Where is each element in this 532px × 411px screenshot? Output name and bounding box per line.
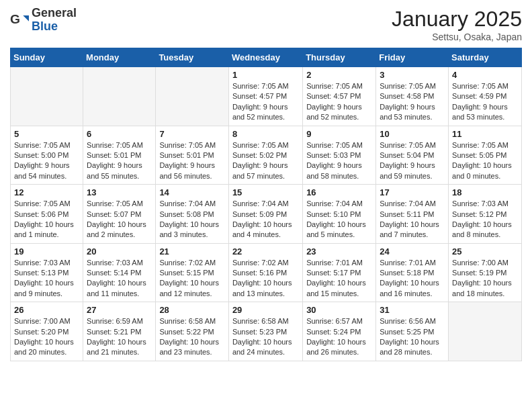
day-number: 17	[380, 187, 445, 197]
day-cell: 17Sunrise: 7:04 AMSunset: 5:11 PMDayligh…	[376, 185, 449, 244]
week-row-2: 5Sunrise: 7:05 AMSunset: 5:00 PMDaylight…	[11, 126, 522, 185]
day-number: 3	[380, 70, 445, 80]
day-number: 30	[306, 305, 372, 315]
day-number: 16	[306, 187, 372, 197]
col-header-sunday: Sunday	[11, 48, 83, 67]
day-info: Sunrise: 7:04 AMSunset: 5:10 PMDaylight:…	[306, 199, 372, 240]
day-number: 23	[306, 246, 372, 257]
day-number: 8	[232, 129, 299, 139]
logo-general: General	[32, 7, 77, 20]
day-number: 25	[452, 246, 518, 257]
day-info: Sunrise: 6:57 AMSunset: 5:24 PMDaylight:…	[306, 316, 372, 358]
calendar-subtitle: Settsu, Osaka, Japan	[392, 32, 522, 42]
day-number: 9	[306, 129, 372, 139]
week-row-4: 19Sunrise: 7:03 AMSunset: 5:13 PMDayligh…	[11, 243, 522, 302]
day-number: 1	[232, 70, 299, 80]
calendar-table: SundayMondayTuesdayWednesdayThursdayFrid…	[10, 48, 522, 361]
header: G General Blue January 2025 Settsu, Osak…	[10, 7, 522, 42]
day-cell: 7Sunrise: 7:05 AMSunset: 5:01 PMDaylight…	[156, 126, 229, 185]
day-info: Sunrise: 6:58 AMSunset: 5:22 PMDaylight:…	[159, 316, 225, 358]
day-info: Sunrise: 7:02 AMSunset: 5:16 PMDaylight:…	[232, 258, 299, 300]
day-cell	[449, 302, 522, 361]
day-number: 7	[159, 129, 225, 139]
day-cell: 28Sunrise: 6:58 AMSunset: 5:22 PMDayligh…	[156, 302, 229, 361]
day-number: 13	[87, 187, 152, 197]
week-row-5: 26Sunrise: 7:00 AMSunset: 5:20 PMDayligh…	[11, 302, 522, 361]
day-info: Sunrise: 6:58 AMSunset: 5:23 PMDaylight:…	[232, 316, 299, 358]
day-cell: 29Sunrise: 6:58 AMSunset: 5:23 PMDayligh…	[228, 302, 302, 361]
day-info: Sunrise: 7:05 AMSunset: 4:59 PMDaylight:…	[452, 81, 518, 123]
day-cell: 31Sunrise: 6:56 AMSunset: 5:25 PMDayligh…	[376, 302, 449, 361]
day-cell: 30Sunrise: 6:57 AMSunset: 5:24 PMDayligh…	[303, 302, 376, 361]
day-info: Sunrise: 7:05 AMSunset: 5:00 PMDaylight:…	[14, 140, 79, 182]
day-cell: 8Sunrise: 7:05 AMSunset: 5:02 PMDaylight…	[228, 126, 302, 185]
calendar-header-row: SundayMondayTuesdayWednesdayThursdayFrid…	[11, 48, 522, 67]
logo-blue-text: Blue	[32, 20, 77, 34]
day-info: Sunrise: 7:02 AMSunset: 5:15 PMDaylight:…	[159, 258, 225, 300]
day-number: 4	[452, 70, 518, 80]
day-cell: 4Sunrise: 7:05 AMSunset: 4:59 PMDaylight…	[449, 67, 522, 126]
day-number: 22	[232, 246, 299, 257]
day-cell: 14Sunrise: 7:04 AMSunset: 5:08 PMDayligh…	[156, 185, 229, 244]
day-number: 24	[380, 246, 445, 257]
day-info: Sunrise: 7:05 AMSunset: 4:58 PMDaylight:…	[380, 81, 445, 123]
day-cell: 12Sunrise: 7:05 AMSunset: 5:06 PMDayligh…	[11, 185, 83, 244]
day-cell	[11, 67, 83, 126]
day-cell: 22Sunrise: 7:02 AMSunset: 5:16 PMDayligh…	[228, 243, 302, 302]
day-cell	[83, 67, 156, 126]
day-info: Sunrise: 6:59 AMSunset: 5:21 PMDaylight:…	[87, 316, 152, 358]
day-cell: 9Sunrise: 7:05 AMSunset: 5:03 PMDaylight…	[303, 126, 376, 185]
day-info: Sunrise: 7:05 AMSunset: 5:03 PMDaylight:…	[306, 140, 372, 182]
day-cell: 25Sunrise: 7:00 AMSunset: 5:19 PMDayligh…	[449, 243, 522, 302]
calendar-title: January 2025	[392, 7, 522, 32]
day-number: 31	[380, 305, 445, 315]
day-info: Sunrise: 7:04 AMSunset: 5:08 PMDaylight:…	[159, 199, 225, 240]
day-info: Sunrise: 7:05 AMSunset: 5:01 PMDaylight:…	[159, 140, 225, 182]
day-info: Sunrise: 7:05 AMSunset: 4:57 PMDaylight:…	[306, 81, 372, 123]
week-row-3: 12Sunrise: 7:05 AMSunset: 5:06 PMDayligh…	[11, 185, 522, 244]
day-info: Sunrise: 7:05 AMSunset: 5:02 PMDaylight:…	[232, 140, 299, 182]
logo: G General Blue	[10, 7, 77, 34]
day-cell: 13Sunrise: 7:05 AMSunset: 5:07 PMDayligh…	[83, 185, 156, 244]
day-info: Sunrise: 7:05 AMSunset: 5:01 PMDaylight:…	[87, 140, 152, 182]
page: G General Blue January 2025 Settsu, Osak…	[0, 0, 532, 371]
day-number: 14	[159, 187, 225, 197]
day-info: Sunrise: 7:03 AMSunset: 5:12 PMDaylight:…	[452, 199, 518, 240]
day-info: Sunrise: 7:05 AMSunset: 5:06 PMDaylight:…	[14, 199, 79, 240]
day-number: 27	[87, 305, 152, 315]
day-number: 15	[232, 187, 299, 197]
day-cell: 20Sunrise: 7:03 AMSunset: 5:14 PMDayligh…	[83, 243, 156, 302]
title-block: January 2025 Settsu, Osaka, Japan	[392, 7, 522, 42]
day-cell: 27Sunrise: 6:59 AMSunset: 5:21 PMDayligh…	[83, 302, 156, 361]
day-info: Sunrise: 7:05 AMSunset: 5:04 PMDaylight:…	[380, 140, 445, 182]
day-info: Sunrise: 7:05 AMSunset: 5:07 PMDaylight:…	[87, 199, 152, 240]
day-cell: 10Sunrise: 7:05 AMSunset: 5:04 PMDayligh…	[376, 126, 449, 185]
day-number: 2	[306, 70, 372, 80]
day-number: 20	[87, 246, 152, 257]
day-cell	[156, 67, 229, 126]
day-cell: 19Sunrise: 7:03 AMSunset: 5:13 PMDayligh…	[11, 243, 83, 302]
day-info: Sunrise: 7:05 AMSunset: 5:05 PMDaylight:…	[452, 140, 518, 182]
day-info: Sunrise: 7:05 AMSunset: 4:57 PMDaylight:…	[232, 81, 299, 123]
day-number: 28	[159, 305, 225, 315]
day-cell: 1Sunrise: 7:05 AMSunset: 4:57 PMDaylight…	[228, 67, 302, 126]
logo-icon: G	[10, 11, 29, 30]
day-number: 5	[14, 129, 79, 139]
day-info: Sunrise: 7:01 AMSunset: 5:17 PMDaylight:…	[306, 258, 372, 300]
day-info: Sunrise: 7:04 AMSunset: 5:11 PMDaylight:…	[380, 199, 445, 240]
day-number: 11	[452, 129, 518, 139]
day-cell: 3Sunrise: 7:05 AMSunset: 4:58 PMDaylight…	[376, 67, 449, 126]
day-info: Sunrise: 7:04 AMSunset: 5:09 PMDaylight:…	[232, 199, 299, 240]
day-info: Sunrise: 7:03 AMSunset: 5:13 PMDaylight:…	[14, 258, 79, 300]
day-info: Sunrise: 7:00 AMSunset: 5:19 PMDaylight:…	[452, 258, 518, 300]
day-cell: 6Sunrise: 7:05 AMSunset: 5:01 PMDaylight…	[83, 126, 156, 185]
col-header-friday: Friday	[376, 48, 449, 67]
day-number: 10	[380, 129, 445, 139]
day-info: Sunrise: 7:03 AMSunset: 5:14 PMDaylight:…	[87, 258, 152, 300]
col-header-monday: Monday	[83, 48, 156, 67]
day-cell: 18Sunrise: 7:03 AMSunset: 5:12 PMDayligh…	[449, 185, 522, 244]
day-number: 19	[14, 246, 79, 257]
day-number: 12	[14, 187, 79, 197]
day-cell: 15Sunrise: 7:04 AMSunset: 5:09 PMDayligh…	[228, 185, 302, 244]
day-number: 26	[14, 305, 79, 315]
